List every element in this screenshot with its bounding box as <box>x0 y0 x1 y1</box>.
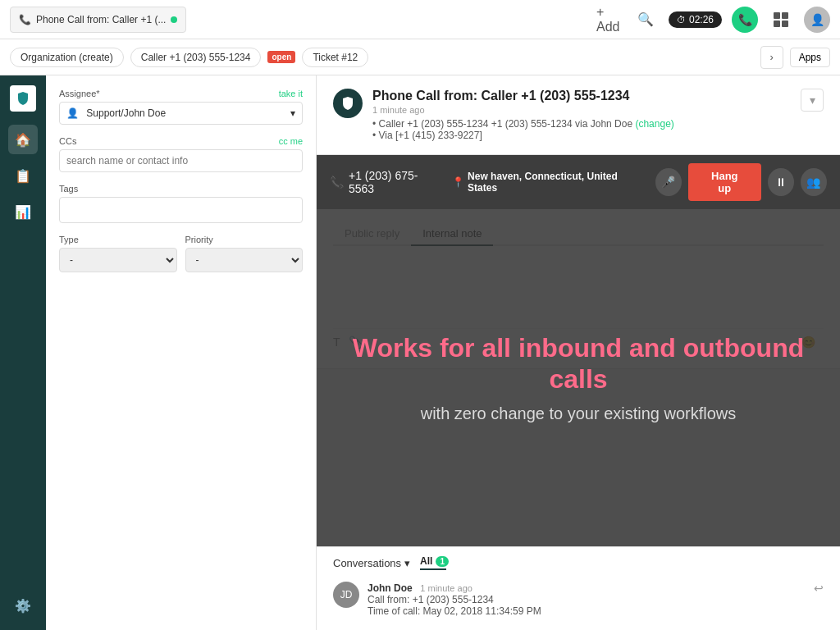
conversations-all-tab[interactable]: All 1 <box>420 555 449 570</box>
type-priority-row: Type - Priority - <box>59 235 303 272</box>
open-badge: open <box>267 51 295 63</box>
tags-label: Tags <box>59 184 303 194</box>
phone-active-icon[interactable]: 📞 <box>732 7 758 33</box>
breadcrumb-next[interactable]: › <box>760 46 783 69</box>
conversation-item: JD John Doe 1 minute ago Call from: +1 (… <box>333 577 824 622</box>
grid-icon <box>774 12 788 27</box>
phone-icon: 📞 <box>19 14 31 25</box>
ccs-input[interactable] <box>59 149 303 172</box>
priority-col: Priority - <box>185 235 304 272</box>
ticket-header: Phone Call from: Caller +1 (203) 555-123… <box>317 75 840 155</box>
marketing-subtext: with zero change to your existing workfl… <box>421 404 737 423</box>
mute-button[interactable]: 🎤 <box>655 168 682 196</box>
top-bar-icons: + Add 🔍 ⏱ 02:26 📞 👤 <box>596 7 830 33</box>
left-panel: Assignee* take it 👤 Support/John Doe ▾ C… <box>46 75 317 630</box>
sidebar-item-reports[interactable]: 📊 <box>8 197 38 226</box>
all-tab-content: All 1 <box>420 555 449 567</box>
clock-icon: ⏱ <box>677 15 686 25</box>
transfer-button[interactable]: 👥 <box>801 168 827 196</box>
ticket-avatar <box>333 89 363 118</box>
breadcrumb-caller[interactable]: Caller +1 (203) 555-1234 <box>130 48 262 67</box>
sidebar-item-home[interactable]: 🏠 <box>8 125 38 154</box>
overlay-container: Public reply Internal note T 📎 😊 Works f… <box>317 209 840 546</box>
ticket-info: Phone Call from: Caller +1 (203) 555-123… <box>372 89 791 141</box>
ccs-label: CCs cc me <box>59 136 303 146</box>
call-actions: 🎤 Hang up ⏸ 👥 <box>655 163 827 201</box>
left-nav: 🏠 📋 📊 ⚙️ <box>0 75 46 630</box>
call-location: 📍 New haven, Connecticut, United States <box>452 171 642 194</box>
take-it-link[interactable]: take it <box>279 89 303 98</box>
add-button[interactable]: + Add <box>596 7 623 33</box>
conversations-header: Conversations ▾ All 1 <box>333 555 824 570</box>
conv-avatar: JD <box>333 582 359 608</box>
breadcrumb-org[interactable]: Organization (create) <box>10 48 124 67</box>
chevron-down-icon: ▾ <box>404 557 410 569</box>
active-dot <box>171 16 177 23</box>
priority-label: Priority <box>185 235 304 244</box>
marketing-overlay: Works for all inbound and outbound calls… <box>317 209 840 546</box>
ticket-meta: • Caller +1 (203) 555-1234 +1 (203) 555-… <box>372 118 791 141</box>
breadcrumb-ticket[interactable]: Ticket #12 <box>302 48 368 67</box>
logo[interactable] <box>10 85 36 112</box>
ticket-time: 1 minute ago <box>372 105 791 115</box>
assignee-select[interactable]: 👤 Support/John Doe ▾ <box>59 102 303 125</box>
right-panel: Phone Call from: Caller +1 (203) 555-123… <box>317 75 840 630</box>
user-avatar[interactable]: 👤 <box>804 7 830 33</box>
main-layout: 🏠 📋 📊 ⚙️ Assignee* take it 👤 Support/Joh… <box>0 75 840 630</box>
sidebar-item-tickets[interactable]: 📋 <box>8 161 38 190</box>
conv-author-row: John Doe 1 minute ago <box>368 582 806 594</box>
call-phone-number: 📞 +1 (203) 675-5563 <box>330 169 439 195</box>
tags-input[interactable] <box>59 197 303 223</box>
cc-me-link[interactable]: cc me <box>279 136 303 146</box>
conv-reply-icon[interactable]: ↩ <box>814 582 824 595</box>
pause-button[interactable]: ⏸ <box>768 168 794 196</box>
phone-icon: 📞 <box>330 176 344 189</box>
apps-button[interactable]: Apps <box>790 48 830 67</box>
type-label: Type <box>59 235 177 244</box>
tab-title: Phone Call from: Caller +1 (... <box>36 14 166 25</box>
breadcrumb-bar: Organization (create) Caller +1 (203) 55… <box>0 39 840 75</box>
type-col: Type - <box>59 235 177 272</box>
marketing-headline: Works for all inbound and outbound calls <box>333 332 824 395</box>
call-bar: 📞 +1 (203) 675-5563 📍 New haven, Connect… <box>317 155 840 209</box>
assignee-label: Assignee* take it <box>59 89 303 98</box>
location-icon: 📍 <box>452 176 464 188</box>
chevron-down-icon: ▾ <box>290 107 295 119</box>
priority-select[interactable]: - <box>185 248 304 272</box>
change-link[interactable]: (change) <box>635 118 673 130</box>
hangup-button[interactable]: Hang up <box>688 163 761 201</box>
type-select[interactable]: - <box>59 248 177 272</box>
conversations-footer: Conversations ▾ All 1 JD John Doe 1 min <box>317 546 840 630</box>
call-timer: ⏱ 02:26 <box>669 11 722 28</box>
search-button[interactable]: 🔍 <box>632 7 659 33</box>
ticket-collapse-button[interactable]: ▾ <box>801 89 824 112</box>
conv-content: John Doe 1 minute ago Call from: +1 (203… <box>368 582 806 617</box>
user-icon: 👤 <box>66 107 79 119</box>
apps-grid-button[interactable] <box>768 7 794 33</box>
sidebar-item-settings[interactable]: ⚙️ <box>8 591 38 620</box>
all-tab-underline <box>420 568 446 570</box>
active-tab[interactable]: 📞 Phone Call from: Caller +1 (... <box>10 7 186 33</box>
top-bar: 📞 Phone Call from: Caller +1 (... + Add … <box>0 0 840 39</box>
conversations-label[interactable]: Conversations ▾ <box>333 557 410 569</box>
ticket-title: Phone Call from: Caller +1 (203) 555-123… <box>372 89 791 103</box>
